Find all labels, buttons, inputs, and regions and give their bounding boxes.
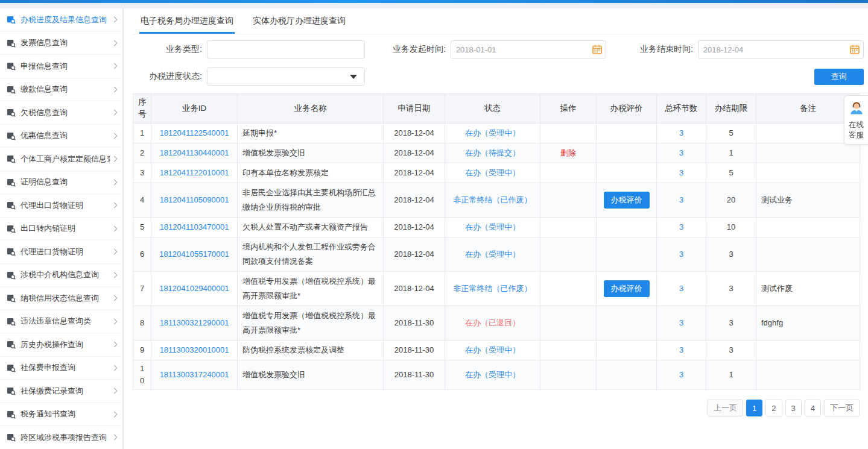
steps-link[interactable]: 3 <box>679 168 683 177</box>
tax-credit-status-icon <box>7 294 17 303</box>
chevron-right-icon <box>112 110 118 116</box>
evaluate-cell: 办税评价 <box>597 272 657 306</box>
evaluate-cell: 办税评价 <box>597 183 657 218</box>
remark-cell: fdghfg <box>756 306 860 341</box>
apply-date-cell: 2018-12-04 <box>384 218 445 237</box>
sidebar-item[interactable]: 社保缴费记录查询 <box>0 380 122 403</box>
business-type-input[interactable] <box>207 40 365 58</box>
sidebar-item[interactable]: 涉税中介机构信息查询 <box>0 264 122 287</box>
tab-hall-progress[interactable]: 实体办税厅办理进度查询 <box>252 16 347 34</box>
column-header: 办税评价 <box>597 94 657 124</box>
sidebar-item[interactable]: 欠税信息查询 <box>0 101 122 125</box>
sidebar-item[interactable]: 缴款信息查询 <box>0 78 122 102</box>
page-number-button[interactable]: 2 <box>765 400 782 416</box>
business-id-link[interactable]: 1812041122010001 <box>160 168 229 177</box>
business-id-link[interactable]: 1812041122540001 <box>160 128 229 137</box>
steps-link[interactable]: 3 <box>679 345 683 354</box>
sidebar-item[interactable]: 个体工商户核定定额信息查询 <box>0 148 122 171</box>
seq-cell: 10 <box>133 360 151 390</box>
deadline-cell: 3 <box>706 237 756 272</box>
delete-link[interactable]: 删除 <box>560 148 576 157</box>
sidebar-item[interactable]: 纳税信用状态信息查询 <box>0 287 122 310</box>
page-number-button[interactable]: 1 <box>746 400 762 416</box>
sidebar-item[interactable]: 历史办税操作查询 <box>0 333 122 357</box>
steps-link[interactable]: 3 <box>679 128 683 137</box>
tab-etax-progress[interactable]: 电子税务局办理进度查询 <box>139 16 235 34</box>
sidebar-item[interactable]: 优惠信息查询 <box>0 125 122 148</box>
sidebar-item[interactable]: 税务通知书查询 <box>0 403 122 427</box>
apply-date-cell: 2018-11-30 <box>384 341 445 360</box>
action-cell <box>540 218 597 237</box>
steps-link[interactable]: 3 <box>679 195 683 204</box>
sidebar-item-label: 出口转内销证明 <box>21 223 110 234</box>
business-id-link[interactable]: 1811300320010001 <box>160 345 229 354</box>
seq-cell: 7 <box>133 272 151 306</box>
steps-link[interactable]: 3 <box>679 250 683 259</box>
caret-down-icon <box>350 75 357 79</box>
action-cell <box>540 360 597 390</box>
end-time-input[interactable] <box>698 40 864 58</box>
evaluate-button[interactable]: 办税评价 <box>604 280 650 297</box>
sidebar-item[interactable]: 违法违章信息查询类 <box>0 310 122 334</box>
sidebar-item-label: 申报信息查询 <box>21 61 110 72</box>
steps-link[interactable]: 3 <box>679 148 683 157</box>
chevron-right-icon <box>112 318 118 324</box>
steps-link[interactable]: 3 <box>679 318 683 327</box>
chevron-right-icon <box>112 411 118 417</box>
page-number-button[interactable]: 3 <box>785 400 802 416</box>
business-id-link[interactable]: 1812041130440001 <box>160 148 229 157</box>
prev-page-button[interactable]: 上一页 <box>708 400 743 416</box>
status-text: 在办（受理中） <box>465 222 520 231</box>
steps-link[interactable]: 3 <box>679 222 683 231</box>
start-time-input[interactable] <box>451 40 606 58</box>
status-text: 在办（已退回） <box>465 318 520 327</box>
business-name-cell: 增值税发票验交旧 <box>238 360 384 390</box>
sidebar-item[interactable]: 办税进度及结果信息查询 <box>0 8 122 32</box>
business-id-link[interactable]: 1812041105090001 <box>160 195 229 204</box>
apply-date-cell: 2018-12-04 <box>384 272 445 306</box>
online-service-widget[interactable]: 在线客服 <box>844 95 868 145</box>
chevron-right-icon <box>112 365 118 371</box>
page-number-button[interactable]: 4 <box>805 400 821 416</box>
steps-cell: 3 <box>657 306 706 341</box>
sidebar-item[interactable]: 跨区域涉税事项报告查询 <box>0 426 122 449</box>
remark-cell: 测试作废 <box>756 272 860 306</box>
sidebar-item[interactable]: 出口转内销证明 <box>0 218 122 241</box>
query-button[interactable]: 查询 <box>814 69 864 85</box>
apply-date-cell: 2018-12-04 <box>384 163 445 183</box>
sidebar-item-label: 代理进口货物证明 <box>21 246 110 257</box>
sidebar-item[interactable]: 代理进口货物证明 <box>0 240 122 264</box>
sidebar-item[interactable]: 发票信息查询 <box>0 32 122 55</box>
status-cell: 在办（受理中） <box>445 237 540 272</box>
calendar-icon[interactable] <box>850 45 860 54</box>
evaluate-button[interactable]: 办税评价 <box>604 192 650 209</box>
apply-date-cell: 2018-11-30 <box>384 360 445 390</box>
chevron-right-icon <box>112 133 118 139</box>
business-id-link[interactable]: 1812041029400001 <box>159 284 229 293</box>
steps-link[interactable]: 3 <box>679 370 683 379</box>
steps-link[interactable]: 3 <box>679 284 683 293</box>
sidebar-item[interactable]: 证明信息查询 <box>0 171 122 195</box>
sidebar-item-label: 历史办税操作查询 <box>21 339 110 350</box>
sidebar-item[interactable]: 申报信息查询 <box>0 55 122 78</box>
steps-cell: 3 <box>657 124 706 143</box>
sidebar-item[interactable]: 代理出口货物证明 <box>0 194 122 218</box>
business-id-link[interactable]: 1812041103470001 <box>160 222 229 231</box>
column-header: 业务ID <box>151 94 238 124</box>
sidebar-item[interactable]: 社保费申报查询 <box>0 357 122 380</box>
query-form-row-1: 业务类型: 业务发起时间: <box>133 40 864 58</box>
progress-status-select[interactable] <box>207 68 365 86</box>
column-header: 序号 <box>133 94 151 124</box>
next-page-button[interactable]: 下一页 <box>824 400 860 416</box>
deadline-cell: 1 <box>706 143 756 163</box>
calendar-icon[interactable] <box>592 45 602 54</box>
business-id-link[interactable]: 1811300321290001 <box>160 318 229 327</box>
business-id-cell: 1811300320010001 <box>151 341 238 360</box>
action-cell <box>540 306 597 341</box>
business-id-link[interactable]: 1811300317240001 <box>160 370 229 379</box>
status-text: 在办（受理中） <box>465 370 520 379</box>
business-id-link[interactable]: 1812041055170001 <box>159 250 229 259</box>
seq-cell: 3 <box>133 163 151 183</box>
deadline-cell: 20 <box>706 183 756 218</box>
certificate-info-icon <box>7 177 17 187</box>
